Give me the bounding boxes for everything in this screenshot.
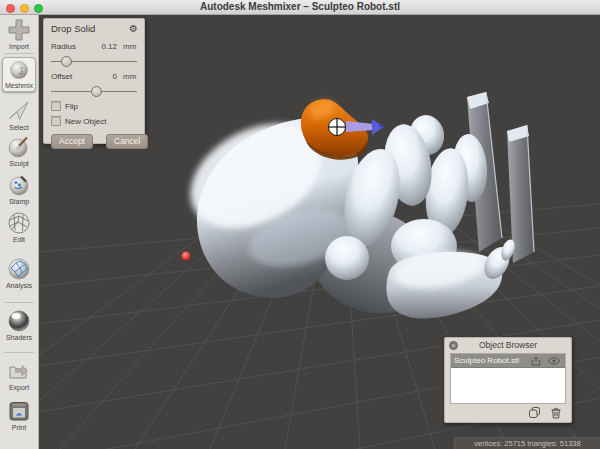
slider-handle[interactable] — [91, 86, 102, 97]
close-icon[interactable]: × — [449, 341, 458, 350]
import-icon — [6, 17, 32, 43]
toolbar-item-edit[interactable]: Edit — [0, 210, 38, 244]
object-browser-title: Object Browser — [445, 338, 571, 353]
toolbar-item-label: Import — [0, 43, 38, 51]
object-list: Sculpteo Robot.stl — [450, 353, 566, 404]
toolbar-item-label: Shaders — [0, 334, 38, 342]
export-folder-icon — [6, 358, 32, 384]
object-browser-panel: × Object Browser Sculpteo Robot.stl — [444, 337, 572, 423]
offset-value[interactable]: 0 — [113, 72, 117, 81]
toolbar-separator — [4, 352, 34, 353]
toolbar-item-shaders[interactable]: Shaders — [0, 308, 38, 342]
toolbar-item-analysis[interactable]: Analysis — [0, 256, 38, 290]
radius-value[interactable]: 0.12 — [101, 42, 117, 51]
main-toolbar: Import Meshmix Select Sculpt — [0, 14, 39, 449]
toolbar-item-label: Stamp — [0, 198, 38, 206]
toolbar-item-label: Analysis — [0, 282, 38, 290]
transform-arrow — [346, 121, 374, 132]
origin-red-dot — [182, 252, 191, 261]
window-title: Autodesk Meshmixer – Sculpteo Robot.stl — [0, 1, 600, 12]
meshmix-icon — [8, 60, 30, 82]
slider-handle[interactable] — [61, 56, 72, 67]
toolbar-item-label: Print — [0, 424, 38, 432]
toolbar-item-stamp[interactable]: Stamp — [0, 172, 38, 206]
offset-label: Offset — [51, 72, 113, 81]
toolbar-item-meshmix[interactable]: Meshmix — [2, 57, 36, 92]
stamp-icon — [6, 172, 32, 198]
mesh-stats-text: vertices: 25715 triangles: 51338 — [455, 438, 600, 449]
duplicate-icon[interactable] — [528, 406, 541, 419]
radius-slider[interactable] — [51, 56, 137, 66]
toolbar-item-export[interactable]: Export — [0, 358, 38, 392]
status-bar: vertices: 25715 triangles: 51338 — [454, 437, 600, 449]
radius-unit: mm — [123, 42, 137, 51]
select-arrow-icon — [6, 98, 32, 124]
accept-button[interactable]: Accept — [51, 134, 93, 149]
edit-wireframe-icon — [6, 210, 32, 236]
flip-label: Flip — [65, 102, 78, 111]
title-bar: Autodesk Meshmixer – Sculpteo Robot.stl — [0, 0, 600, 15]
offset-slider[interactable] — [51, 86, 137, 96]
visibility-eye-icon[interactable] — [548, 357, 560, 365]
shaders-sphere-icon — [6, 308, 32, 334]
new-object-checkbox[interactable] — [51, 116, 61, 126]
meshmixer-window: Autodesk Meshmixer – Sculpteo Robot.stl … — [0, 0, 600, 449]
object-name: Sculpteo Robot.stl — [451, 356, 531, 365]
toolbar-item-print[interactable]: Print — [0, 398, 38, 432]
toolbar-item-sculpt[interactable]: Sculpt — [0, 134, 38, 168]
toolbar-item-label: Edit — [0, 236, 38, 244]
toolbar-separator — [4, 302, 34, 303]
toolbar-item-select[interactable]: Select — [0, 98, 38, 132]
delete-trash-icon[interactable] — [550, 406, 562, 419]
toolbar-item-label: Meshmix — [3, 82, 35, 90]
object-list-item[interactable]: Sculpteo Robot.stl — [451, 354, 565, 368]
sculpt-brush-icon — [6, 134, 32, 160]
toolbar-separator — [4, 53, 34, 54]
new-object-label: New Object — [65, 117, 106, 126]
offset-unit: mm — [123, 72, 137, 81]
drop-solid-panel: Drop Solid ⚙ Radius 0.12 mm Offset 0 mm — [43, 18, 145, 144]
radius-label: Radius — [51, 42, 101, 51]
cancel-button[interactable]: Cancel — [106, 134, 148, 149]
toolbar-item-label: Select — [0, 124, 38, 132]
drop-solid-title: Drop Solid — [51, 23, 129, 34]
viewport-3d[interactable]: Drop Solid ⚙ Radius 0.12 mm Offset 0 mm — [38, 14, 600, 449]
print-3d-printer-icon — [6, 398, 32, 424]
gear-icon[interactable]: ⚙ — [129, 24, 138, 33]
share-icon[interactable] — [531, 356, 541, 366]
toolbar-item-label: Export — [0, 384, 38, 392]
toolbar-item-import[interactable]: Import — [0, 17, 38, 51]
flip-checkbox[interactable] — [51, 101, 61, 111]
toolbar-item-label: Sculpt — [0, 160, 38, 168]
analysis-mesh-icon — [6, 256, 32, 282]
